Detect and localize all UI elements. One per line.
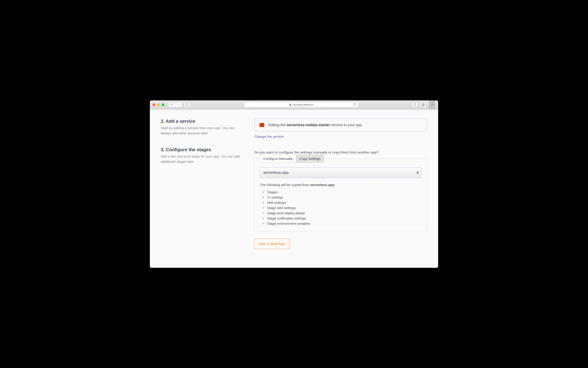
list-item: ✓Stage IAM settings (262, 205, 422, 211)
url-text: console.seed.run (293, 103, 313, 106)
copy-desc-prefix: The following will be copied from (260, 183, 310, 187)
back-button[interactable] (168, 102, 175, 107)
svg-rect-2 (289, 104, 291, 106)
step-title: 2. Add a service (161, 119, 245, 124)
steps-sidebar: 2. Add a service Start by adding a servi… (161, 119, 245, 261)
address-bar-wrap: console.seed.run (193, 102, 410, 108)
title-bar: console.seed.run + (150, 101, 438, 110)
step-desc: Add a dev and prod stage for your app. Y… (161, 154, 245, 165)
check-icon: ✓ (262, 201, 265, 204)
list-item: ✓Stage post-deploy phase (262, 211, 422, 216)
check-icon: ✓ (262, 190, 265, 194)
tabs-icon[interactable] (420, 102, 426, 107)
check-icon: ✓ (262, 216, 265, 220)
list-item: ✓Stage notification settings (262, 216, 422, 221)
banner-service-name: serverless-nodejs-starter (286, 123, 330, 127)
step-configure-stages: 3. Configure the stages Add a dev and pr… (161, 147, 245, 165)
page-content: 2. Add a service Start by adding a servi… (150, 110, 438, 267)
change-service-link[interactable]: Change the service (254, 135, 284, 138)
svg-rect-0 (186, 104, 189, 106)
list-item-label: Stage environment variables (267, 221, 310, 225)
copy-items-list: ✓Stages ✓CI settings ✓IAM settings ✓Stag… (260, 189, 422, 226)
maximize-window-icon[interactable] (162, 103, 165, 106)
copy-from-app-select[interactable]: serverless-app (260, 167, 422, 178)
banner-prefix: Adding the (268, 123, 286, 127)
reload-icon[interactable] (353, 103, 356, 107)
list-item-label: Stage notification settings (267, 216, 306, 220)
minimize-window-icon[interactable] (157, 103, 160, 106)
service-banner: Adding the serverless-nodejs-starter ser… (254, 119, 427, 131)
step-add-service: 2. Add a service Start by adding a servi… (161, 119, 245, 136)
copy-desc-app: serverless-app (310, 183, 334, 187)
main-panel: Adding the serverless-nodejs-starter ser… (254, 119, 427, 261)
list-item: ✓IAM settings (262, 200, 422, 205)
address-bar[interactable]: console.seed.run (244, 102, 358, 108)
nav-buttons (168, 102, 182, 108)
banner-suffix: service to your app. (330, 123, 363, 127)
list-item: ✓CI settings (262, 195, 422, 200)
svg-rect-4 (423, 104, 424, 105)
list-item: ✓Stages (262, 189, 422, 195)
footer-divider (150, 267, 438, 268)
check-icon: ✓ (262, 221, 265, 225)
list-item: ✓Stage environment variables (262, 221, 422, 226)
new-tab-button[interactable]: + (429, 101, 435, 110)
serverless-icon (259, 123, 264, 127)
copy-description: The following will be copied from server… (260, 183, 422, 187)
tab-configure-manually[interactable]: Configure Manually (260, 155, 296, 162)
list-item-label: IAM settings (267, 201, 286, 204)
check-icon: ✓ (262, 206, 265, 210)
browser-window: console.seed.run + 2. Add a service Star… (150, 101, 438, 268)
service-banner-text: Adding the serverless-nodejs-starter ser… (268, 123, 363, 127)
check-icon: ✓ (262, 195, 265, 199)
share-icon[interactable] (412, 102, 418, 107)
traffic-lights (153, 103, 165, 106)
sidebar-toggle-icon[interactable] (184, 102, 191, 107)
step-desc: Start by adding a service from your app.… (161, 125, 245, 136)
check-icon: ✓ (262, 211, 265, 215)
toolbar-right (412, 102, 426, 107)
lock-icon (289, 103, 291, 106)
tab-copy-settings[interactable]: Copy Settings (296, 155, 324, 162)
copy-desc-suffix: : (334, 183, 335, 187)
configure-prompt: Do you want to configure the settings ma… (254, 150, 427, 154)
add-new-app-button[interactable]: Add a New App (254, 239, 289, 249)
forward-button[interactable] (175, 102, 182, 107)
list-item-label: Stage post-deploy phase (267, 211, 305, 215)
list-item-label: Stages (267, 190, 278, 194)
configure-tabs: Configure Manually Copy Settings (260, 155, 324, 163)
app-select-wrap: serverless-app (260, 167, 422, 178)
svg-rect-3 (422, 104, 424, 106)
list-item-label: CI settings (267, 195, 283, 199)
list-item-label: Stage IAM settings (267, 206, 296, 210)
step-title: 3. Configure the stages (161, 147, 245, 152)
close-window-icon[interactable] (153, 103, 155, 106)
configure-panel: Configure Manually Copy Settings serverl… (254, 158, 427, 232)
